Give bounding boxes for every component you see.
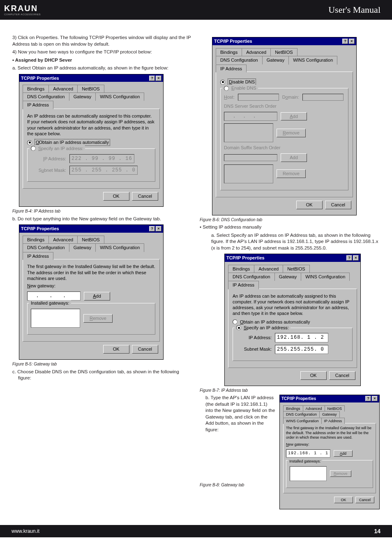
radio-label: Specify an IP address: xyxy=(38,146,83,152)
tcpip-dialog-b8: TCP/IP Properties ? × Bindings Advanced … xyxy=(279,395,380,509)
tab-gateway[interactable]: Gateway xyxy=(319,411,340,418)
close-icon[interactable]: × xyxy=(156,76,161,81)
tab-dnsconf[interactable]: DNS Configuration xyxy=(23,243,69,252)
tab-advanced[interactable]: Advanced xyxy=(254,265,283,273)
step-3-text: 3) Click on Properties. The following TC… xyxy=(12,35,192,47)
dialog-titlebar: TCP/IP Properties ? × xyxy=(212,37,356,45)
cancel-button[interactable]: Cancel xyxy=(132,192,158,201)
brand-name: KRAUN xyxy=(4,4,41,12)
radio-obtain-auto[interactable]: OObtain an IP address automatically xyxy=(27,139,155,146)
tab-panel: The first gateway in the Installed Gatew… xyxy=(23,259,160,342)
cancel-button[interactable]: Cancel xyxy=(325,201,351,209)
close-icon[interactable]: × xyxy=(353,255,359,261)
installed-gateways-list[interactable] xyxy=(290,466,327,481)
tab-ipaddress[interactable]: IP Address xyxy=(228,281,259,289)
ok-button[interactable]: OK xyxy=(103,192,129,201)
tab-gateway[interactable]: Gateway xyxy=(69,243,96,252)
remove-button: Remove xyxy=(277,129,306,137)
installed-gateways-group: Installed gateways: Remove xyxy=(27,303,155,335)
close-icon[interactable]: × xyxy=(156,226,161,231)
dialog-titlebar: TCP/IP Properties ? × xyxy=(225,254,360,262)
tab-bindings[interactable]: Bindings xyxy=(283,405,303,412)
brand-subtitle: COMPUTER ACCESSORIES xyxy=(4,13,41,16)
new-gateway-row: 192.168. 1 . 1 Add xyxy=(286,449,373,458)
figure-b6-caption: Figure B-6: DNS Configuration tab xyxy=(200,217,380,223)
host-label: Host: xyxy=(224,94,235,100)
installed-gateways-list[interactable] xyxy=(31,309,80,328)
help-icon[interactable]: ? xyxy=(149,76,155,81)
tab-dnsconf[interactable]: DNS Configuration xyxy=(283,411,320,418)
radio-obtain-auto[interactable]: Obtain an IP address automatically xyxy=(233,319,353,325)
dns-order-label: DNS Server Search Order xyxy=(224,103,345,109)
dialog-button-row: OK Cancel xyxy=(23,189,160,202)
help-icon[interactable]: ? xyxy=(365,396,371,401)
tab-dnsconf[interactable]: DNS Configuration xyxy=(228,273,275,281)
tab-bindings[interactable]: Bindings xyxy=(228,265,254,273)
radio-label: Enable DNS xyxy=(231,85,256,91)
tab-gateway[interactable]: Gateway xyxy=(262,56,289,65)
specify-group: Specify an IP address: IP Address: 192.1… xyxy=(233,328,353,361)
radio-icon xyxy=(27,140,32,145)
tab-ipaddress[interactable]: IP Address xyxy=(23,252,53,260)
radio-disable-dns[interactable]: Disable DNS xyxy=(220,79,348,86)
step-c-text: c. Choose Disable DNS on the DNS configu… xyxy=(12,369,192,382)
right-column: TCP/IP Properties ? × Bindings Advanced … xyxy=(200,35,380,509)
tab-winsconf[interactable]: WINS Configuration xyxy=(95,92,144,101)
ok-button[interactable]: OK xyxy=(334,497,353,503)
tab-gateway[interactable]: Gateway xyxy=(274,273,301,281)
tab-bindings[interactable]: Bindings xyxy=(23,236,49,244)
tab-ipaddress[interactable]: IP Address xyxy=(216,65,247,73)
subnet-field[interactable]: 255.255.255. 0 xyxy=(275,345,328,354)
tcpip-dialog-b7: TCP/IP Properties ? × Bindings Advanced … xyxy=(224,254,361,386)
tab-ipaddress[interactable]: IP Address xyxy=(23,101,53,109)
tab-advanced[interactable]: Advanced xyxy=(48,85,78,93)
ok-button[interactable]: OK xyxy=(296,201,323,209)
new-gateway-field[interactable]: 192.168. 1 . 1 xyxy=(286,449,330,458)
tab-netbios[interactable]: NetBIOS xyxy=(325,405,345,412)
ipaddress-field[interactable]: 192.168. 1 . 2 xyxy=(275,333,328,342)
help-icon[interactable]: ? xyxy=(346,255,352,261)
radio-specify[interactable]: Specify an IP address: xyxy=(235,325,291,331)
tab-netbios[interactable]: NetBIOS xyxy=(283,265,309,273)
tab-dnsconf[interactable]: DNS Configuration xyxy=(23,92,69,101)
tab-panel: An IP address can be automatically assig… xyxy=(23,109,160,189)
radio-enable-dns[interactable]: Enable DNS xyxy=(222,85,258,91)
ok-button[interactable]: OK xyxy=(300,371,327,380)
tabs-row-bottom: DNS Configuration Gateway WINS Configura… xyxy=(23,243,160,260)
tab-dnsconf[interactable]: DNS Configuration xyxy=(216,56,263,65)
help-icon[interactable]: ? xyxy=(149,226,155,231)
tab-bindings[interactable]: Bindings xyxy=(216,48,242,56)
ok-button[interactable]: OK xyxy=(103,345,129,354)
tab-bindings[interactable]: Bindings xyxy=(23,85,49,93)
tab-ipaddress[interactable]: IP Address xyxy=(321,418,345,424)
tabs-row-top: Bindings Advanced NetBIOS xyxy=(23,84,160,92)
ip-hint-text: An IP address can be automatically assig… xyxy=(233,293,353,317)
tab-winsconf[interactable]: WINS Configuration xyxy=(301,273,350,281)
tab-advanced[interactable]: Advanced xyxy=(242,48,271,56)
close-icon[interactable]: × xyxy=(372,396,378,401)
add-button[interactable]: Add xyxy=(334,450,353,457)
subnet-label: Subnet Mask: xyxy=(236,346,272,352)
remove-button: Remove xyxy=(83,314,113,323)
add-button[interactable]: Add xyxy=(84,292,110,301)
tab-advanced[interactable]: Advanced xyxy=(303,405,325,412)
tab-advanced[interactable]: Advanced xyxy=(48,236,78,244)
tab-panel: Disable DNS Enable DNS Host: Domain: xyxy=(216,72,353,197)
close-icon[interactable]: × xyxy=(349,39,355,44)
help-icon[interactable]: ? xyxy=(342,39,348,44)
tab-winsconf[interactable]: WINS Configuration xyxy=(288,56,337,65)
radio-specify[interactable]: Specify an IP address: xyxy=(29,146,85,152)
tab-gateway[interactable]: Gateway xyxy=(69,92,96,101)
dialog-button-row: OK Cancel xyxy=(283,493,376,505)
cancel-button[interactable]: Cancel xyxy=(329,371,355,380)
cancel-button[interactable]: Cancel xyxy=(355,497,374,503)
cancel-button[interactable]: Cancel xyxy=(132,345,158,354)
tab-winsconf[interactable]: WINS Configuration xyxy=(283,418,322,424)
tab-netbios[interactable]: NetBIOS xyxy=(77,236,104,244)
remove-button: Remove xyxy=(277,169,306,178)
tab-netbios[interactable]: NetBIOS xyxy=(77,85,104,93)
new-gateway-field[interactable]: . . . xyxy=(27,291,81,301)
suffix-order-row: Add xyxy=(224,153,345,162)
tab-winsconf[interactable]: WINS Configuration xyxy=(95,243,144,252)
tab-netbios[interactable]: NetBIOS xyxy=(270,48,297,56)
